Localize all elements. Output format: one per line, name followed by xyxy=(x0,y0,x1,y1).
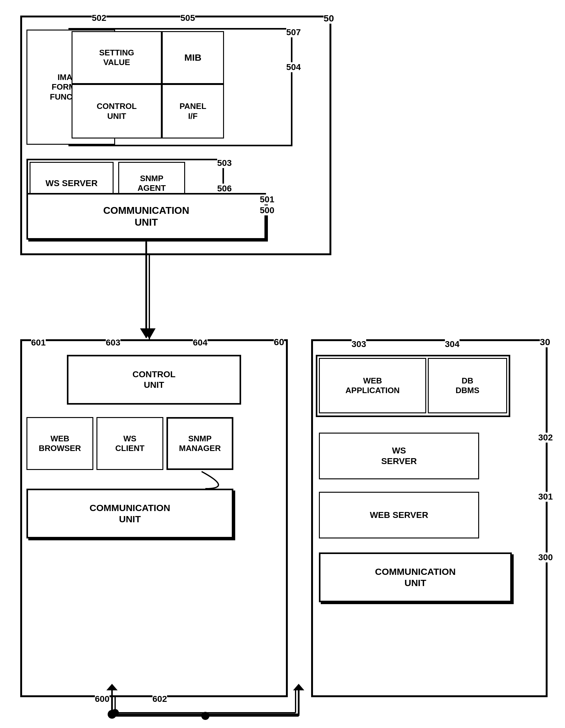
snmp-agent-label: SNMP AGENT xyxy=(138,174,166,193)
web-browser-box: WEB BROWSER xyxy=(26,417,93,470)
comm-unit-top-label: COMMUNICATION UNIT xyxy=(103,204,190,228)
panel-if-label: PANEL I/F xyxy=(180,101,206,121)
label-500: 500 xyxy=(260,205,275,215)
comm-unit-right-label: COMMUNICATION UNIT xyxy=(375,566,455,589)
ws-server-right-label: WS SERVER xyxy=(381,445,417,466)
label-303: 303 xyxy=(351,339,366,349)
comm-unit-top-box: COMMUNICATION UNIT xyxy=(26,193,266,240)
control-unit-top-label: CONTROL UNIT xyxy=(97,101,137,121)
comm-unit-right-box: COMMUNICATION UNIT xyxy=(319,552,512,602)
label-30: 30 xyxy=(540,337,550,347)
control-unit-bottom-label: CONTROL UNIT xyxy=(133,369,176,390)
label-50: 50 xyxy=(323,13,334,24)
label-501: 501 xyxy=(260,195,275,204)
label-507: 507 xyxy=(286,27,301,37)
setting-value-box: SETTING VALUE xyxy=(72,31,162,84)
label-506: 506 xyxy=(217,184,232,194)
comm-unit-bottom-box: COMMUNICATION UNIT xyxy=(26,489,233,538)
ws-server-top-label: WS SERVER xyxy=(45,178,98,189)
setting-value-label: SETTING VALUE xyxy=(99,48,134,67)
dbms-label: DB DBMS xyxy=(455,376,479,395)
dbms-box: DB DBMS xyxy=(428,358,507,413)
svg-marker-1 xyxy=(143,328,156,339)
web-application-label: WEB APPLICATION xyxy=(345,376,399,395)
web-application-box: WEB APPLICATION xyxy=(319,358,426,413)
web-browser-label: WEB BROWSER xyxy=(39,434,81,453)
ws-client-label: WS CLIENT xyxy=(115,434,145,453)
label-603: 603 xyxy=(106,338,120,348)
web-server-right-box: WEB SERVER xyxy=(319,492,479,538)
control-unit-bottom-box: CONTROL UNIT xyxy=(67,355,241,405)
label-601: 601 xyxy=(31,338,46,348)
panel-if-box: PANEL I/F xyxy=(162,84,224,139)
svg-marker-15 xyxy=(141,329,152,338)
svg-point-21 xyxy=(201,712,210,720)
label-604: 604 xyxy=(193,338,208,348)
label-602: 602 xyxy=(153,694,167,704)
label-304: 304 xyxy=(445,339,459,349)
label-600: 600 xyxy=(95,694,110,704)
label-503: 503 xyxy=(217,158,232,168)
svg-point-5 xyxy=(111,709,119,716)
svg-point-13 xyxy=(108,710,116,719)
label-502: 502 xyxy=(92,13,106,23)
label-300: 300 xyxy=(538,552,553,562)
label-302: 302 xyxy=(538,433,553,443)
comm-unit-bottom-label: COMMUNICATION UNIT xyxy=(90,502,170,525)
snmp-manager-box: SNMP MANAGER xyxy=(167,417,233,470)
ws-client-box: WS CLIENT xyxy=(97,417,163,470)
label-505: 505 xyxy=(181,13,195,23)
svg-marker-20 xyxy=(293,684,304,690)
web-server-right-label: WEB SERVER xyxy=(370,510,428,520)
control-unit-top-box: CONTROL UNIT xyxy=(72,84,162,139)
snmp-manager-label: SNMP MANAGER xyxy=(179,434,221,453)
ws-server-right-box: WS SERVER xyxy=(319,433,479,479)
label-60: 60 xyxy=(274,337,284,347)
label-504: 504 xyxy=(286,62,301,72)
mib-label: MIB xyxy=(185,52,202,63)
mib-box: MIB xyxy=(162,31,224,84)
svg-marker-9 xyxy=(140,328,153,338)
label-301: 301 xyxy=(538,492,553,502)
